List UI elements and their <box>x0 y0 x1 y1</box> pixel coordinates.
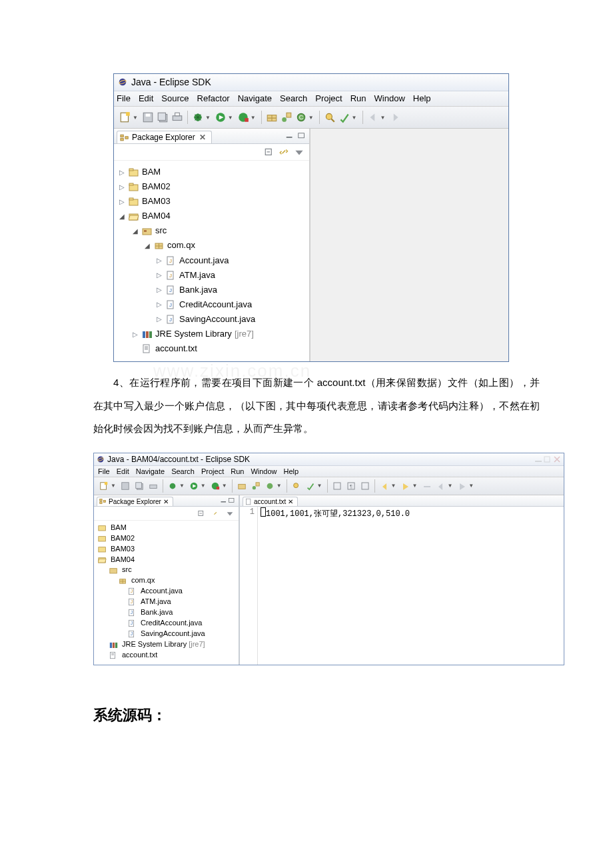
tasks-icon[interactable] <box>338 111 350 123</box>
tree-src[interactable]: ◢ src <box>119 223 308 238</box>
close-icon[interactable]: ✕ <box>199 133 206 142</box>
tree-project-bam03[interactable]: ▷ BAM03 <box>119 194 308 209</box>
new-class-icon[interactable] <box>250 480 262 492</box>
tree-project-bam04[interactable]: ◢ BAM04 <box>119 209 308 223</box>
open-type-icon[interactable] <box>264 480 276 492</box>
package-explorer-tab-2[interactable]: Package Explorer ✕ <box>97 497 173 506</box>
new-package-icon[interactable] <box>236 480 248 492</box>
debug-icon[interactable] <box>192 111 204 123</box>
ext-tools-icon[interactable] <box>237 111 249 123</box>
menu-edit[interactable]: Edit <box>117 467 129 475</box>
new-icon[interactable] <box>98 480 110 492</box>
tree-project-bam02[interactable]: ▷ BAM02 <box>119 179 308 194</box>
window-controls[interactable] <box>534 456 561 463</box>
view-menu-icon[interactable] <box>293 147 305 157</box>
tree-file-txt[interactable]: account.txt <box>119 341 308 356</box>
open-type-icon[interactable]: C <box>295 111 307 123</box>
print-icon[interactable] <box>171 111 183 123</box>
tree-package[interactable]: ◢ com.qx <box>119 238 308 253</box>
close-icon[interactable]: ✕ <box>163 498 169 505</box>
editor-tab-account[interactable]: account.txt ✕ <box>243 497 298 506</box>
tree-project-bam04[interactable]: BAM04 <box>98 555 237 565</box>
menu-help[interactable]: Help <box>284 467 299 475</box>
tree-project-bam[interactable]: ▷ BAM <box>119 165 308 179</box>
tree-project-bam02[interactable]: BAM02 <box>98 533 237 544</box>
new-package-icon[interactable] <box>266 111 278 123</box>
menu-bar-2[interactable]: File Edit Navigate Search Project Run Wi… <box>94 466 564 477</box>
close-icon[interactable]: ✕ <box>288 498 293 505</box>
tree-src[interactable]: src <box>98 565 237 575</box>
run-icon[interactable] <box>188 480 200 492</box>
back-nav-icon[interactable] <box>434 480 446 492</box>
save-icon[interactable] <box>119 480 131 492</box>
save-all-icon[interactable] <box>157 111 169 123</box>
tree-file-atm[interactable]: JATM.java <box>98 597 237 607</box>
tree-file-credit[interactable]: ▷ J CreditAccount.java <box>119 297 308 312</box>
menu-window[interactable]: Window <box>251 467 277 475</box>
tree-file-saving[interactable]: JSavingAccount.java <box>98 629 237 639</box>
tree-jre[interactable]: ▷ JRE System Library [jre7] <box>119 327 308 341</box>
menu-file[interactable]: File <box>98 467 110 475</box>
tree-file-bank[interactable]: JBank.java <box>98 607 237 618</box>
debug-icon[interactable] <box>167 480 179 492</box>
minimize-icon[interactable] <box>220 497 228 504</box>
menu-project[interactable]: Project <box>315 93 342 103</box>
link-editor-icon[interactable] <box>210 508 222 519</box>
tree-file-txt[interactable]: account.txt <box>98 650 237 661</box>
menu-refactor[interactable]: Refactor <box>197 93 230 103</box>
run-icon[interactable] <box>215 111 227 123</box>
collapse-all-icon[interactable] <box>196 508 208 519</box>
save-all-icon[interactable] <box>133 480 145 492</box>
menu-project[interactable]: Project <box>201 467 224 475</box>
next-annotation-icon[interactable] <box>399 480 411 492</box>
menu-edit[interactable]: Edit <box>139 93 153 103</box>
new-class-icon[interactable] <box>281 111 293 123</box>
tree-file-account[interactable]: ▷ J Account.java <box>119 253 308 268</box>
search-icon[interactable] <box>291 480 303 492</box>
menu-window[interactable]: Window <box>374 93 405 103</box>
tree-jre[interactable]: JRE System Library [jre7] <box>98 639 237 650</box>
menu-file[interactable]: File <box>117 93 131 103</box>
forward-nav-icon[interactable] <box>456 480 468 492</box>
collapse-all-icon[interactable] <box>264 147 276 157</box>
save-icon[interactable] <box>142 111 154 123</box>
project-tree-2[interactable]: BAM BAM02 BAM03 BAM04 src com.qx JAccoun… <box>94 521 239 665</box>
menu-navigate[interactable]: Navigate <box>136 467 165 475</box>
view-menu-icon[interactable] <box>224 508 236 519</box>
toggle-ws-icon[interactable]: ¶ <box>345 480 357 492</box>
search-icon[interactable] <box>324 111 336 123</box>
tasks-icon[interactable] <box>305 480 316 492</box>
tree-package[interactable]: com.qx <box>98 575 237 586</box>
forward-icon[interactable] <box>389 111 401 123</box>
back-icon[interactable] <box>367 111 379 123</box>
menu-navigate[interactable]: Navigate <box>238 93 272 103</box>
toggle-block-icon[interactable] <box>359 480 371 492</box>
ext-tools-icon[interactable] <box>209 480 221 492</box>
menu-run[interactable]: Run <box>231 467 244 475</box>
menu-help[interactable]: Help <box>413 93 431 103</box>
tree-file-atm[interactable]: ▷ J ATM.java <box>119 268 308 283</box>
tree-project-bam03[interactable]: BAM03 <box>98 544 237 555</box>
menu-source[interactable]: Source <box>161 93 189 103</box>
minimize-icon[interactable] <box>285 132 295 140</box>
menu-search[interactable]: Search <box>171 467 195 475</box>
tree-file-credit[interactable]: JCreditAccount.java <box>98 618 237 629</box>
last-edit-icon[interactable] <box>378 480 390 492</box>
project-tree[interactable]: ▷ BAM ▷ BAM02 ▷ BAM03 ◢ BAM04 <box>114 161 309 361</box>
maximize-icon[interactable] <box>297 132 306 140</box>
tree-file-account[interactable]: JAccount.java <box>98 586 237 597</box>
menu-run[interactable]: Run <box>350 93 366 103</box>
tree-file-saving[interactable]: ▷ J SavingAccount.java <box>119 312 308 327</box>
menu-search[interactable]: Search <box>280 93 307 103</box>
prev-annotation-icon[interactable] <box>420 480 432 492</box>
editor-body[interactable]: 1 1001,1001,张可望,321323,0,510.0 <box>240 507 564 665</box>
link-editor-icon[interactable] <box>279 147 291 157</box>
toggle-mark-icon[interactable] <box>331 480 343 492</box>
maximize-icon[interactable] <box>228 497 236 504</box>
tree-project-bam[interactable]: BAM <box>98 523 237 533</box>
menu-bar-1[interactable]: File Edit Source Refactor Navigate Searc… <box>114 91 508 107</box>
print-icon[interactable] <box>147 480 159 492</box>
package-explorer-tab[interactable]: Package Explorer ✕ <box>117 131 212 143</box>
new-icon[interactable] <box>119 111 131 123</box>
tree-file-bank[interactable]: ▷ J Bank.java <box>119 283 308 297</box>
